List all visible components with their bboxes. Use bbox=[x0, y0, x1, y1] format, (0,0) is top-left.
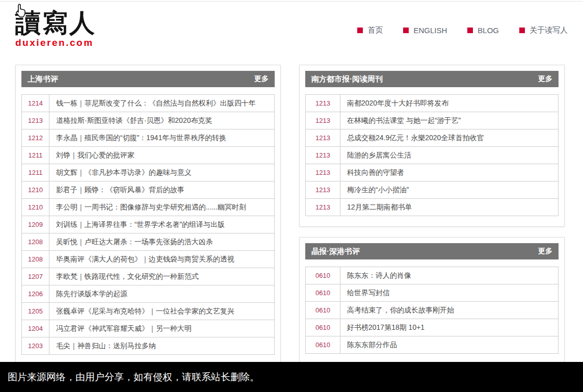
list-item: 1213 在林曦的书法课堂 与她一起“游于艺” bbox=[305, 112, 559, 129]
post-date: 1206 bbox=[22, 285, 49, 302]
post-title-link[interactable]: 在林曦的书法课堂 与她一起“游于艺” bbox=[340, 112, 558, 129]
post-title-link[interactable]: 陈东东：诗人的肖像 bbox=[340, 267, 558, 284]
post-title-link[interactable]: 李永晶｜殖民帝国的“切腹”：1941年与世界秩序的转换 bbox=[49, 129, 274, 146]
post-date: 1209 bbox=[22, 216, 49, 233]
post-title-link[interactable]: 张巍卓评《尼采与布克哈特》｜一位社会学家的文艺复兴 bbox=[49, 303, 274, 320]
site-header: 讀寫人 duxieren.com 首页 ENGLISH BLOG 关于读写人 bbox=[0, 2, 583, 53]
post-title-link[interactable]: 给世界写封信 bbox=[340, 284, 558, 301]
panel-jingbao-shengang-book-review: 晶报·深港书评 更多 0610 陈东东：诗人的肖像 0610 给世界写封信 bbox=[299, 237, 565, 364]
right-column: 南方都市报·阅读周刊 更多 1213 南都2020年度十大好书即将发布 1213… bbox=[299, 65, 565, 364]
post-date: 1212 bbox=[22, 129, 49, 146]
list-item: 1211 胡文辉｜《非凡抄本寻访录》的趣味与意义 bbox=[21, 164, 275, 181]
more-link[interactable]: 更多 bbox=[538, 247, 552, 256]
logo-hanzi-text: 讀寫人 bbox=[15, 10, 96, 37]
list-item: 0610 陈东东部分作品 bbox=[305, 336, 559, 354]
post-title-link[interactable]: 冯立君评《神武军容耀天威》｜另一种大明 bbox=[49, 320, 274, 337]
post-title-link[interactable]: 陈东东部分作品 bbox=[340, 336, 558, 353]
panel-header: 上海书评 更多 bbox=[21, 71, 275, 87]
list-item: 1214 钱一栋｜菲尼斯改变了什么：《自然法与自然权利》出版四十年 bbox=[21, 95, 275, 112]
post-title-link[interactable]: 李公明｜一周书记：图像修辞与史学研究相遇的......幽冥时刻 bbox=[49, 199, 274, 216]
nav-item-label: 关于读写人 bbox=[529, 25, 568, 35]
red-square-bullet-icon bbox=[467, 28, 473, 33]
post-date: 1208 bbox=[22, 251, 49, 268]
post-title-link[interactable]: 梅冷生的“小小揩油” bbox=[340, 181, 558, 198]
post-title-link[interactable]: 胡文辉｜《非凡抄本寻访录》的趣味与意义 bbox=[49, 164, 274, 181]
main-nav: 首页 ENGLISH BLOG 关于读写人 bbox=[357, 25, 568, 35]
red-square-bullet-icon bbox=[403, 28, 409, 33]
post-title-link[interactable]: 钱一栋｜菲尼斯改变了什么：《自然法与自然权利》出版四十年 bbox=[49, 95, 274, 112]
post-title-link[interactable]: 刘铮｜我们心爱的批评家 bbox=[49, 147, 274, 164]
panel-header: 南方都市报·阅读周刊 更多 bbox=[305, 71, 559, 87]
panel-header: 晶报·深港书评 更多 bbox=[305, 243, 559, 259]
list-item: 1203 毛尖｜神兽归山：送别马拉多纳 bbox=[21, 337, 275, 355]
nav-item-label: BLOG bbox=[478, 26, 499, 35]
post-title-link[interactable]: 12月第二期南都书单 bbox=[340, 199, 558, 216]
list-item: 1211 刘铮｜我们心爱的批评家 bbox=[21, 147, 275, 164]
panel-title: 上海书评 bbox=[28, 74, 58, 84]
nav-item-label: 首页 bbox=[367, 25, 383, 35]
list-item: 1213 科技向善的守望者 bbox=[305, 164, 559, 181]
list-item: 0610 给世界写封信 bbox=[305, 284, 559, 302]
post-list: 0610 陈东东：诗人的肖像 0610 给世界写封信 0610 高考结束了，你的… bbox=[305, 267, 559, 354]
post-title-link[interactable]: 陆游的乡居寓公生活 bbox=[340, 147, 558, 164]
nav-item-blog[interactable]: BLOG bbox=[467, 26, 499, 35]
post-date: 1211 bbox=[22, 147, 49, 164]
post-date: 0610 bbox=[306, 302, 340, 319]
post-list: 1213 南都2020年度十大好书即将发布 1213 在林曦的书法课堂 与她一起… bbox=[305, 94, 559, 216]
post-date: 1213 bbox=[306, 164, 340, 181]
list-item: 1213 总成交额24.9亿元！永樂2020全球首拍收官 bbox=[305, 129, 559, 147]
post-title-link[interactable]: 总成交额24.9亿元！永樂2020全球首拍收官 bbox=[340, 129, 558, 146]
list-item: 1210 李公明｜一周书记：图像修辞与史学研究相遇的......幽冥时刻 bbox=[21, 199, 275, 216]
list-item: 1213 12月第二期南都书单 bbox=[305, 199, 559, 216]
red-square-bullet-icon bbox=[519, 28, 525, 33]
list-item: 1204 冯立君评《神武军容耀天威》｜另一种大明 bbox=[21, 320, 275, 337]
more-link[interactable]: 更多 bbox=[538, 74, 552, 84]
nav-item-label: ENGLISH bbox=[413, 26, 447, 35]
post-date: 0610 bbox=[306, 336, 340, 353]
post-title-link[interactable]: 毛尖｜神兽归山：送别马拉多纳 bbox=[49, 337, 274, 354]
post-date: 1203 bbox=[22, 337, 49, 354]
post-date: 0610 bbox=[306, 319, 340, 336]
site-logo[interactable]: 讀寫人 duxieren.com bbox=[15, 10, 96, 48]
post-date: 1213 bbox=[306, 112, 340, 129]
post-title-link[interactable]: 毕奥南评《满大人的荷包》｜边吏钱袋与商贸关系的透视 bbox=[49, 251, 274, 268]
post-title-link[interactable]: 李欧梵｜铁路现代性，文化研究的一种新范式 bbox=[49, 268, 274, 285]
list-item: 0610 陈东东：诗人的肖像 bbox=[305, 267, 559, 284]
post-title-link[interactable]: 吴昕悦｜卢旺达大屠杀：一场事先张扬的浩大凶杀 bbox=[49, 233, 274, 250]
panel-title: 晶报·深港书评 bbox=[311, 247, 360, 256]
post-date: 1204 bbox=[22, 320, 49, 337]
list-item: 1210 影君子｜顾铮：《窃听风暴》背后的故事 bbox=[21, 181, 275, 199]
list-item: 1212 李永晶｜殖民帝国的“切腹”：1941年与世界秩序的转换 bbox=[21, 129, 275, 147]
post-title-link[interactable]: 影君子｜顾铮：《窃听风暴》背后的故事 bbox=[49, 181, 274, 198]
red-square-bullet-icon bbox=[357, 28, 363, 33]
footer-notice-bar: 图片来源网络，由用户分享，如有侵权，请联系站长删除。 bbox=[0, 362, 583, 392]
list-item: 1205 张巍卓评《尼采与布克哈特》｜一位社会学家的文艺复兴 bbox=[21, 303, 275, 320]
more-link[interactable]: 更多 bbox=[254, 74, 269, 84]
nav-item-english[interactable]: ENGLISH bbox=[403, 26, 447, 35]
post-date: 1213 bbox=[306, 129, 340, 146]
post-date: 1213 bbox=[22, 112, 49, 129]
nav-item-home[interactable]: 首页 bbox=[357, 25, 383, 35]
post-title-link[interactable]: 道格拉斯·斯图亚特谈《舒吉·贝恩》和2020布克奖 bbox=[49, 112, 274, 129]
list-item: 1209 刘训练｜上海译界往事：“世界学术名著”的组译与出版 bbox=[21, 216, 275, 233]
panel-nandu-reading-weekly: 南方都市报·阅读周刊 更多 1213 南都2020年度十大好书即将发布 1213… bbox=[299, 65, 565, 227]
list-item: 0610 高考结束了，你的成长故事刚开始 bbox=[305, 302, 559, 319]
post-title-link[interactable]: 科技向善的守望者 bbox=[340, 164, 558, 181]
post-date: 1211 bbox=[22, 164, 49, 181]
post-title-link[interactable]: 陈先行谈版本学的起源 bbox=[49, 285, 274, 302]
post-title-link[interactable]: 高考结束了，你的成长故事刚开始 bbox=[340, 302, 558, 319]
post-title-link[interactable]: 好书榜2017第18期 10+1 bbox=[340, 319, 558, 336]
post-date: 1205 bbox=[22, 303, 49, 320]
logo-domain-text: duxieren.com bbox=[15, 37, 96, 48]
post-date: 0610 bbox=[306, 267, 340, 284]
list-item: 1213 南都2020年度十大好书即将发布 bbox=[305, 95, 559, 112]
post-date: 1210 bbox=[22, 181, 49, 198]
nav-item-about[interactable]: 关于读写人 bbox=[519, 25, 568, 35]
left-column: 上海书评 更多 1214 钱一栋｜菲尼斯改变了什么：《自然法与自然权利》出版四十… bbox=[15, 65, 281, 365]
post-date: 0610 bbox=[306, 284, 340, 301]
post-date: 1208 bbox=[22, 233, 49, 250]
footer-notice-text: 图片来源网络，由用户分享，如有侵权，请联系站长删除。 bbox=[8, 371, 259, 384]
post-title-link[interactable]: 刘训练｜上海译界往事：“世界学术名著”的组译与出版 bbox=[49, 216, 274, 233]
list-item: 1213 梅冷生的“小小揩油” bbox=[305, 181, 559, 199]
post-title-link[interactable]: 南都2020年度十大好书即将发布 bbox=[340, 95, 558, 112]
